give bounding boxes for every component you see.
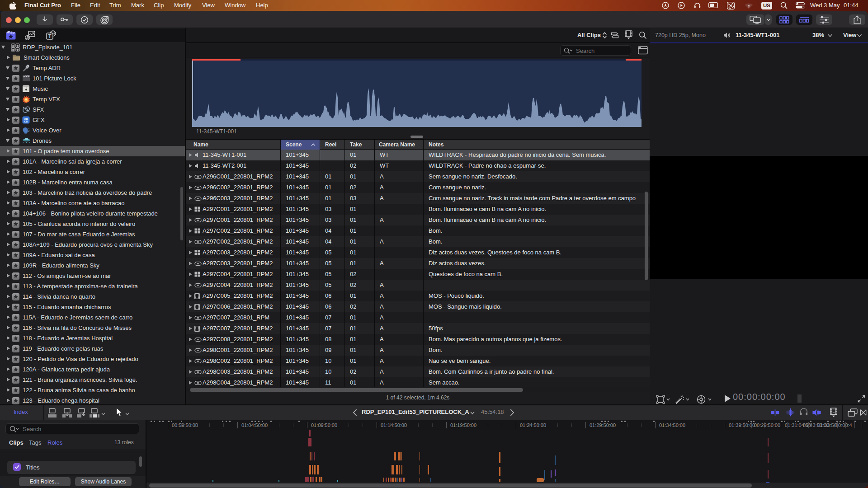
svg-text:CD: CD [24, 120, 28, 123]
svg-text:AB: AB [24, 117, 28, 120]
svg-text:T: T [48, 33, 52, 39]
